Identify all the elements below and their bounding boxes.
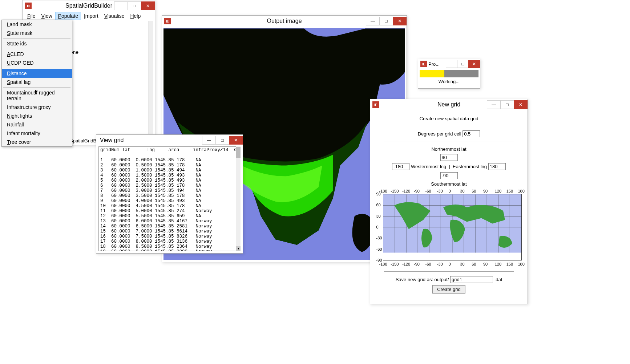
view-grid-window: View grid — □ ✕ gridNum lat lng area inf… xyxy=(96,134,243,254)
close-button[interactable]: ✕ xyxy=(514,100,528,109)
newgrid-titlebar[interactable]: ◧ New grid — □ ✕ xyxy=(370,99,528,110)
lng-separator: | xyxy=(449,164,450,169)
maximize-button[interactable]: □ xyxy=(128,1,141,10)
menu-help[interactable]: Help xyxy=(127,12,144,20)
populate-tree-cover[interactable]: Tree cover xyxy=(2,138,72,146)
lon-tick: -120 xyxy=(402,262,410,266)
lon-tick: 120 xyxy=(495,262,501,266)
menu-populate[interactable]: Populate xyxy=(55,12,81,20)
viewgrid-scrollbar[interactable]: ▾ xyxy=(236,146,241,251)
lon-tick: -30 xyxy=(437,189,443,193)
lon-tick: -180 xyxy=(379,262,387,266)
populate-state-mask[interactable]: State mask xyxy=(2,29,72,37)
lon-tick: -150 xyxy=(391,262,399,266)
lon-tick: -90 xyxy=(414,189,420,193)
maximize-button[interactable]: □ xyxy=(457,60,469,68)
lon-tick: 150 xyxy=(506,262,513,266)
menu-separator xyxy=(3,49,70,49)
populate-infrastructure-proxy[interactable]: Infrastructure proxy xyxy=(2,103,72,112)
populate-infant-mortality[interactable]: Infant mortality xyxy=(2,129,72,138)
menu-separator xyxy=(3,38,70,39)
lon-tick: 0 xyxy=(449,262,451,266)
menu-view[interactable]: View xyxy=(39,12,55,20)
progress-titlebar[interactable]: ◧ Pro... — □ ✕ xyxy=(418,59,480,69)
mouse-cursor-icon xyxy=(35,90,37,95)
viewgrid-text[interactable]: gridNum lat lng area infraProxyZ14 state… xyxy=(98,146,236,251)
maximize-button[interactable]: □ xyxy=(379,17,393,25)
populate-distance[interactable]: Distance xyxy=(2,69,72,78)
west-input[interactable] xyxy=(392,163,409,170)
minimize-button[interactable]: — xyxy=(114,1,128,10)
close-button[interactable]: ✕ xyxy=(141,1,155,10)
app-icon: ◧ xyxy=(420,61,427,67)
lon-tick: 90 xyxy=(483,189,488,193)
menu-file[interactable]: File xyxy=(24,12,39,20)
lon-tick: -60 xyxy=(425,189,431,193)
north-input[interactable] xyxy=(440,154,458,161)
west-label: Westernmost lng xyxy=(411,164,446,169)
south-input[interactable] xyxy=(440,172,458,179)
populate-acled[interactable]: ACLED xyxy=(2,50,72,58)
populate-rainfall[interactable]: Rainfall xyxy=(2,120,72,129)
close-button[interactable]: ✕ xyxy=(468,60,480,68)
save-filename-input[interactable] xyxy=(450,276,493,283)
lon-tick: -90 xyxy=(414,262,420,266)
create-grid-button[interactable]: Create grid xyxy=(432,285,465,294)
scrollbar-thumb[interactable] xyxy=(236,147,241,158)
populate-state-ids[interactable]: State ids xyxy=(2,39,72,48)
lat-tick: 90 xyxy=(376,192,381,196)
populate-ucdp-ged[interactable]: UCDP GED xyxy=(2,58,72,67)
lon-tick: 90 xyxy=(483,262,488,266)
deg-label: Degrees per grid cell xyxy=(418,131,461,137)
maximize-button[interactable]: □ xyxy=(500,100,514,109)
maximize-button[interactable]: □ xyxy=(215,136,229,145)
minimize-button[interactable]: — xyxy=(446,60,457,68)
progress-label: Working... xyxy=(418,79,480,84)
populate-dropdown: Land maskState maskState idsACLEDUCDP GE… xyxy=(1,20,72,147)
minimize-button[interactable]: — xyxy=(202,136,216,145)
output-titlebar[interactable]: ◧ Output image — □ ✕ xyxy=(162,16,407,27)
populate-night-lights[interactable]: Night lights xyxy=(2,112,72,120)
east-label: Easternmost lng xyxy=(453,164,487,169)
lon-tick: -30 xyxy=(437,262,443,266)
populate-land-mask[interactable]: Land mask xyxy=(2,20,72,29)
app-icon: ◧ xyxy=(372,101,379,108)
scroll-down-icon[interactable]: ▾ xyxy=(236,246,241,251)
lon-tick: 180 xyxy=(518,262,525,266)
close-button[interactable]: ✕ xyxy=(229,136,243,145)
lat-tick: -60 xyxy=(376,247,382,251)
viewgrid-titlebar[interactable]: View grid — □ ✕ xyxy=(96,135,243,146)
lat-tick: -30 xyxy=(376,236,382,240)
lon-tick: -60 xyxy=(425,262,431,266)
lon-tick: 150 xyxy=(506,189,513,193)
minimize-button[interactable]: — xyxy=(366,17,380,25)
lon-tick: 120 xyxy=(495,189,501,193)
save-prefix: Save new grid as: output/ xyxy=(396,277,449,282)
east-input[interactable] xyxy=(488,163,506,170)
app-icon: ◧ xyxy=(164,18,171,24)
deg-input[interactable] xyxy=(463,130,480,137)
menu-separator xyxy=(3,68,70,68)
lon-tick: 60 xyxy=(472,189,476,193)
close-button[interactable]: ✕ xyxy=(393,17,407,25)
svg-rect-18 xyxy=(383,253,521,260)
menu-separator xyxy=(3,87,70,88)
progress-fill xyxy=(420,70,444,77)
progress-bar xyxy=(420,70,478,77)
lat-tick: 0 xyxy=(376,225,379,229)
lon-tick: 60 xyxy=(472,262,476,266)
lat-tick: -90 xyxy=(376,258,382,262)
menu-visualise[interactable]: Visualise xyxy=(101,12,128,20)
world-map-preview: -180-180-150-150-120-120-90-90-60-60-30-… xyxy=(376,189,522,267)
divider xyxy=(384,142,514,142)
console-scrollbar[interactable] xyxy=(149,21,153,134)
divider xyxy=(384,271,514,272)
lat-tick: 30 xyxy=(376,214,381,218)
south-label: Southernmost lat xyxy=(374,181,524,187)
lon-tick: 180 xyxy=(518,189,525,193)
minimize-button[interactable]: — xyxy=(487,100,501,109)
newgrid-heading: Create new spatial data grid xyxy=(374,116,524,121)
main-titlebar[interactable]: ◧ SpatialGridBuilder — □ ✕ xyxy=(23,0,155,11)
menu-import[interactable]: Import xyxy=(81,12,101,20)
populate-spatial-lag[interactable]: Spatial lag xyxy=(2,78,72,86)
